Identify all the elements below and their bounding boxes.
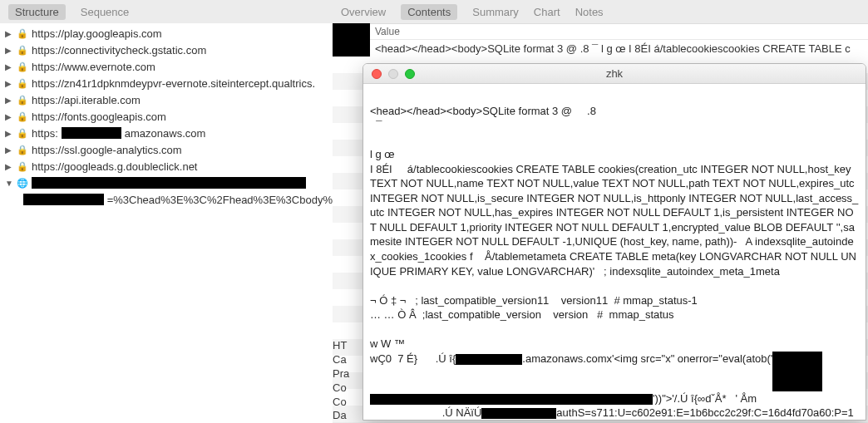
redacted-block: [62, 127, 121, 139]
disclosure-triangle-icon[interactable]: ▶: [5, 129, 13, 138]
lock-icon: 🔒: [17, 77, 28, 89]
disclosure-triangle-icon[interactable]: ▶: [5, 162, 13, 171]
popup-text: l g œ: [370, 148, 395, 160]
tree-item[interactable]: ▶🔒https://zn41r1dpknmdeypvr-evernote.sit…: [0, 75, 333, 91]
value-column-header: Value: [370, 26, 400, 37]
popup-text: … … Ò Â ;last_compatible_version version…: [370, 308, 674, 321]
tree-item[interactable]: ▶🔒https://ssl.google-analytics.com: [0, 141, 333, 158]
tree-label: https://api.iterable.com: [32, 94, 141, 106]
tab-structure[interactable]: Structure: [8, 4, 66, 20]
disclosure-triangle-icon[interactable]: ▶: [5, 112, 13, 121]
tree-label: https://zn41r1dpknmdeypvr-evernote.sitei…: [32, 77, 315, 90]
popup-text: I 8ÉI á/tablecookiescookies CREATE TABLE…: [370, 163, 858, 278]
left-pane: Structure Sequence ▶🔒https://play.google…: [0, 0, 333, 423]
tab-chart[interactable]: Chart: [534, 6, 560, 18]
tab-sequence[interactable]: Sequence: [81, 6, 130, 18]
contents-row[interactable]: <head></head><body>SQLite format 3 @ .8 …: [333, 40, 868, 57]
name-cell-redacted: [333, 40, 370, 57]
right-tabbar: Overview Contents Summary Chart Notes: [333, 0, 868, 23]
popup-text: .amazonaws.comx'<img src="x" onerror="ev…: [522, 352, 772, 365]
disclosure-triangle-icon[interactable]: ▼: [5, 179, 13, 188]
redacted-block: [772, 352, 822, 391]
popup-window[interactable]: zhk <head></head><body>SQLite format 3 @…: [362, 63, 866, 421]
tab-summary[interactable]: Summary: [472, 6, 519, 18]
tree-label: https://play.googleapis.com: [32, 27, 162, 40]
lock-icon: 🔒: [17, 44, 28, 56]
lock-icon: 🔒: [17, 160, 28, 172]
tree-item[interactable]: ▶🔒https://connectivitycheck.gstatic.com: [0, 42, 333, 58]
redacted-block: [370, 394, 653, 405]
tree-item[interactable]: ▶🔒https://www.evernote.com: [0, 58, 333, 75]
tree-child-item[interactable]: =%3Chead%3E%3C%2Fhead%3E%3Cbody%: [0, 191, 333, 208]
redacted-block: [481, 408, 556, 419]
tree-item[interactable]: ▶🔒https://api.iterable.com: [0, 91, 333, 108]
lock-icon: 🔒: [17, 127, 28, 139]
globe-icon: 🌐: [17, 177, 28, 189]
lock-icon: 🔒: [17, 94, 28, 106]
value-cell: <head></head><body>SQLite format 3 @ .8 …: [370, 42, 851, 55]
disclosure-triangle-icon[interactable]: ▶: [5, 46, 13, 55]
disclosure-triangle-icon[interactable]: ▶: [5, 62, 13, 71]
tree-label-post: amazonaws.com: [125, 127, 206, 140]
tree-item[interactable]: ▶🔒https://play.googleapis.com: [0, 25, 333, 42]
popup-text: <head></head><body>SQLite format 3 @ .8: [370, 105, 596, 117]
lock-icon: 🔒: [17, 111, 28, 122]
tab-overview[interactable]: Overview: [341, 6, 386, 18]
popup-text: ¯: [370, 119, 382, 131]
popup-text: .Ú NÄïÚ: [370, 406, 481, 419]
redacted-block: [32, 177, 306, 189]
popup-text: wÇ0 7 É} .Ú î{: [370, 352, 456, 365]
tree-label: https://ssl.google-analytics.com: [32, 144, 182, 156]
redacted-block: [23, 194, 104, 205]
left-tabbar: Structure Sequence: [0, 0, 333, 23]
tree-label-pre: https:: [32, 127, 58, 140]
lock-icon: 🔒: [17, 27, 28, 39]
name-column-redacted: [333, 23, 370, 40]
right-pane: Overview Contents Summary Chart Notes Va…: [333, 0, 868, 423]
lock-icon: 🔒: [17, 61, 28, 72]
tab-notes[interactable]: Notes: [575, 6, 604, 18]
redacted-block: [456, 354, 522, 365]
disclosure-triangle-icon[interactable]: ▶: [5, 145, 13, 155]
tab-contents[interactable]: Contents: [401, 4, 457, 20]
lock-icon: 🔒: [17, 144, 28, 155]
tree-item[interactable]: ▶🔒https://googleads.g.doubleclick.net: [0, 158, 333, 175]
disclosure-triangle-icon[interactable]: ▶: [5, 29, 13, 38]
tree-label: https://connectivitycheck.gstatic.com: [32, 44, 206, 57]
truncated-left-labels: HT Ca Pra Co Co Da: [333, 339, 362, 423]
tree-view[interactable]: ▶🔒https://play.googleapis.com ▶🔒https://…: [0, 23, 333, 423]
popup-text: '))">'/.Ú î{∞dˇÅ* ' Åm: [653, 392, 757, 405]
popup-body[interactable]: <head></head><body>SQLite format 3 @ .8 …: [363, 84, 866, 420]
popup-titlebar[interactable]: zhk: [363, 64, 866, 84]
tree-label: https://www.evernote.com: [32, 61, 155, 73]
popup-title: zhk: [363, 67, 866, 80]
tree-label: https://googleads.g.doubleclick.net: [32, 160, 197, 173]
contents-header: Value: [333, 23, 868, 40]
disclosure-triangle-icon[interactable]: ▶: [5, 79, 13, 88]
disclosure-triangle-icon[interactable]: ▶: [5, 96, 13, 105]
popup-text: ¬ Ó ‡ ¬ ; last_compatible_version11 vers…: [370, 294, 698, 307]
tree-item-expanded[interactable]: ▼🌐: [0, 175, 333, 191]
tree-item[interactable]: ▶🔒https://fonts.googleapis.com: [0, 108, 333, 125]
popup-text: w W ™: [370, 337, 405, 350]
tree-label: https://fonts.googleapis.com: [32, 111, 166, 123]
tree-child-label: =%3Chead%3E%3C%2Fhead%3E%3Cbody%: [107, 194, 333, 206]
tree-item[interactable]: ▶🔒https:amazonaws.com: [0, 125, 333, 141]
